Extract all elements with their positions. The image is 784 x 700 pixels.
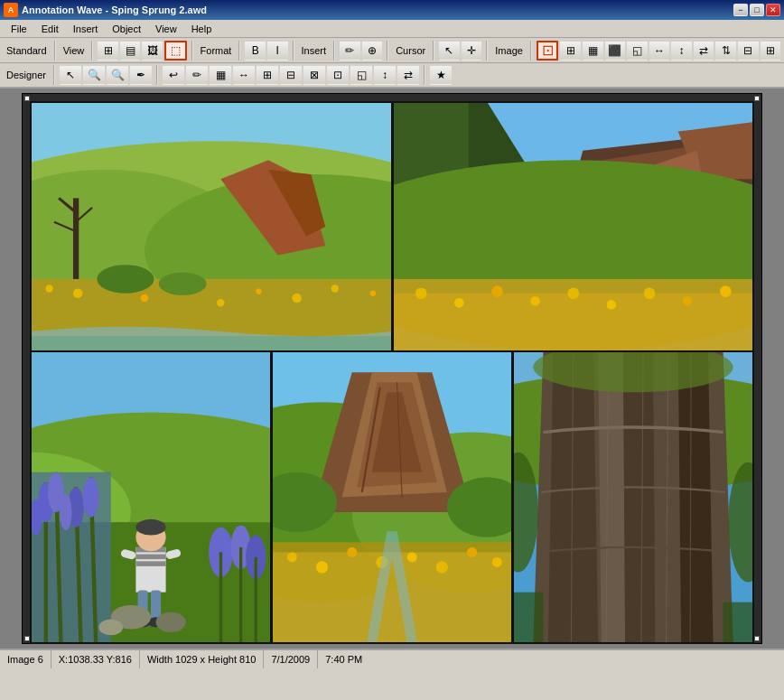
toolbar-designer-label: Designer — [4, 70, 49, 80]
toolbar-image-btn4[interactable]: ⬛ — [605, 41, 626, 61]
designer-btn10[interactable]: ⊟ — [280, 65, 302, 85]
designer-btn2[interactable]: 🔍 — [83, 65, 105, 85]
toolbar-image-btn2[interactable]: ⊞ — [560, 41, 581, 61]
toolbar-image-btn5[interactable]: ◱ — [627, 41, 648, 61]
designer9-icon: ⊞ — [260, 68, 275, 82]
designer-btn3[interactable]: 🔍 — [107, 65, 128, 85]
designer-btn8[interactable]: ↔ — [233, 65, 255, 85]
designer-btn11[interactable]: ⊠ — [303, 65, 325, 85]
designer8-icon: ↔ — [237, 68, 251, 82]
menu-object[interactable]: Object — [105, 22, 148, 36]
toolbar-image-btn6[interactable]: ↔ — [649, 41, 670, 61]
minimize-button[interactable]: − — [733, 4, 748, 16]
svg-point-100 — [436, 561, 448, 573]
toolbar-btn-view3[interactable]: 🖼 — [142, 41, 163, 61]
svg-point-41 — [606, 300, 616, 310]
toolbar-view-label: View — [61, 45, 88, 56]
photo-cell-3[interactable] — [32, 352, 270, 642]
toolbar-btn-view4[interactable]: ⬚ — [164, 41, 187, 61]
toolbar-insert-btn2[interactable]: ⊕ — [362, 41, 383, 61]
svg-point-74 — [98, 620, 123, 636]
svg-point-95 — [287, 552, 297, 562]
image8-icon: ⇄ — [697, 43, 711, 58]
toolbar-separator-5 — [293, 41, 294, 61]
format2-icon: I — [271, 43, 285, 58]
toolbar-format-btn1[interactable]: B — [245, 41, 266, 61]
toolbar-image-label: Image — [492, 45, 526, 56]
svg-point-40 — [567, 287, 579, 299]
toolbar-insert-btn1[interactable]: ✏ — [340, 41, 360, 61]
svg-rect-120 — [514, 593, 543, 642]
svg-point-73 — [156, 612, 186, 632]
toolbar-image-btn3[interactable]: ▦ — [583, 41, 603, 61]
toolbar-image-btn10[interactable]: ⊟ — [738, 41, 759, 61]
image11-icon: ⊞ — [764, 43, 778, 58]
svg-point-39 — [530, 296, 540, 306]
toolbar-btn-view1[interactable]: ⊞ — [98, 41, 118, 61]
designer4-icon: ✒ — [134, 68, 148, 82]
photo-cell-5[interactable] — [511, 352, 752, 642]
toolbar-separator-2 — [91, 41, 93, 61]
designer-btn5[interactable]: ↩ — [163, 65, 184, 85]
photo-cell-1[interactable] — [32, 103, 391, 350]
designer-btn16[interactable]: ★ — [430, 65, 452, 85]
designer1-icon: ↖ — [63, 68, 78, 82]
designer-btn6[interactable]: ✏ — [186, 65, 208, 85]
svg-point-65 — [135, 519, 165, 536]
photo-grid — [30, 101, 754, 636]
designer-btn4[interactable]: ✒ — [130, 65, 152, 85]
svg-point-42 — [643, 287, 655, 299]
svg-point-24 — [159, 273, 207, 295]
designer-btn1[interactable]: ↖ — [60, 65, 81, 85]
designer-btn15[interactable]: ⇄ — [397, 65, 419, 85]
designer6-icon: ✏ — [190, 68, 204, 82]
toolbar-image-btn8[interactable]: ⇄ — [694, 41, 714, 61]
handle-br — [754, 636, 760, 641]
menu-help[interactable]: Help — [184, 22, 219, 36]
photo-cell-4[interactable] — [270, 352, 511, 642]
toolbar-image-btn7[interactable]: ↕ — [671, 41, 692, 61]
svg-point-15 — [256, 288, 261, 294]
svg-point-9 — [45, 285, 52, 292]
svg-point-37 — [454, 298, 464, 308]
designer-btn13[interactable]: ◱ — [350, 65, 372, 85]
view3-icon: 🖼 — [145, 43, 159, 58]
menu-insert[interactable]: Insert — [66, 22, 106, 36]
svg-point-23 — [97, 265, 154, 294]
svg-point-97 — [347, 547, 357, 557]
toolbar-image-btn11[interactable]: ⊞ — [761, 41, 781, 61]
toolbar-format-btn2[interactable]: I — [267, 41, 288, 61]
maximize-button[interactable]: □ — [750, 4, 764, 16]
designer2-icon: 🔍 — [87, 68, 101, 82]
toolbar-btn-view2[interactable]: ▤ — [120, 41, 141, 61]
svg-rect-62 — [135, 555, 165, 560]
view4-icon: ⬚ — [169, 43, 182, 58]
svg-point-14 — [217, 299, 224, 306]
image2-icon: ⊞ — [564, 43, 577, 58]
svg-point-36 — [415, 287, 426, 299]
toolbar-cursor-btn1[interactable]: ↖ — [439, 41, 460, 61]
photo-cell-2[interactable] — [391, 103, 753, 350]
toolbar-image-active-btn[interactable]: ⊡ — [537, 41, 559, 61]
designer-btn9[interactable]: ⊞ — [257, 65, 278, 85]
designer-btn14[interactable]: ↕ — [374, 65, 396, 85]
toolbar-cursor-btn2[interactable]: ✛ — [462, 41, 482, 61]
menu-edit[interactable]: Edit — [34, 22, 66, 36]
toolbar-image-btn9[interactable]: ⇅ — [715, 41, 736, 61]
svg-point-44 — [720, 285, 732, 297]
image7-icon: ↕ — [675, 43, 688, 58]
close-button[interactable]: ✕ — [766, 4, 780, 16]
designer15-icon: ⇄ — [401, 68, 415, 82]
menu-file[interactable]: File — [4, 22, 34, 36]
canvas-area — [22, 93, 762, 644]
image3-icon: ▦ — [586, 43, 600, 58]
svg-rect-121 — [723, 602, 752, 642]
menu-view[interactable]: View — [148, 22, 184, 36]
format1-icon: B — [248, 43, 262, 58]
svg-point-16 — [292, 294, 302, 303]
designer12-icon: ⊡ — [331, 68, 345, 82]
svg-point-96 — [316, 561, 328, 573]
designer-btn7[interactable]: ▦ — [210, 65, 231, 85]
svg-point-10 — [73, 288, 83, 298]
designer-btn12[interactable]: ⊡ — [327, 65, 349, 85]
